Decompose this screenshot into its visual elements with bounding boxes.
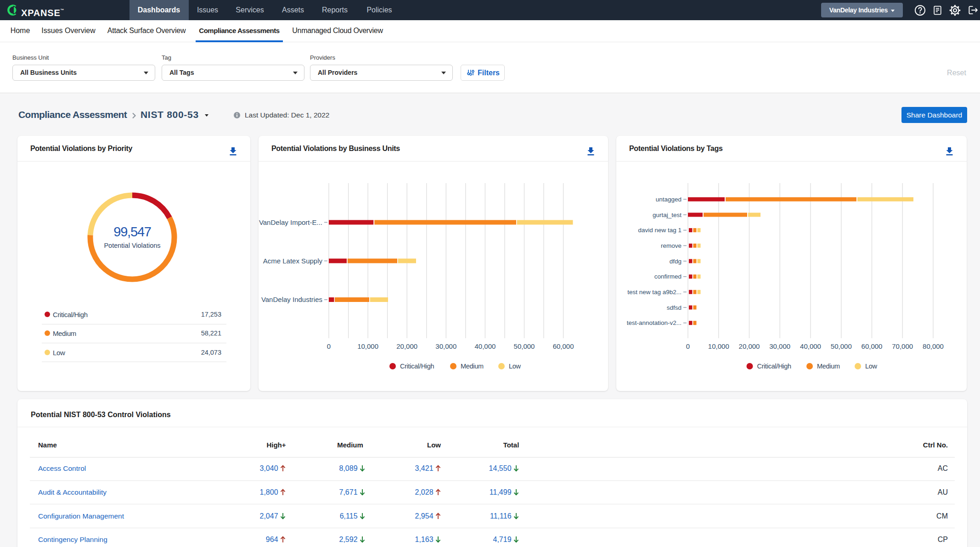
svg-text:Low: Low bbox=[865, 363, 878, 370]
svg-text:70,000: 70,000 bbox=[892, 342, 913, 350]
svg-text:VanDelay Import-E...: VanDelay Import-E... bbox=[259, 218, 322, 226]
svg-text:VanDelay Industries: VanDelay Industries bbox=[261, 296, 322, 303]
svg-text:sdfsd: sdfsd bbox=[667, 304, 681, 311]
svg-text:50,000: 50,000 bbox=[514, 342, 535, 350]
svg-text:0: 0 bbox=[327, 342, 331, 350]
svg-text:Acme Latex Supply: Acme Latex Supply bbox=[263, 257, 323, 265]
svg-text:10,000: 10,000 bbox=[357, 342, 378, 350]
svg-text:Critical/High: Critical/High bbox=[757, 363, 791, 370]
svg-text:30,000: 30,000 bbox=[769, 342, 790, 350]
svg-text:remove: remove bbox=[661, 242, 681, 249]
svg-text:30,000: 30,000 bbox=[435, 342, 456, 350]
svg-text:gurtaj_test: gurtaj_test bbox=[653, 212, 681, 218]
svg-text:Medium: Medium bbox=[817, 363, 840, 370]
svg-text:60,000: 60,000 bbox=[862, 342, 883, 350]
svg-text:test-annotation-v2...: test-annotation-v2... bbox=[627, 319, 681, 326]
svg-text:test new tag a9b2...: test new tag a9b2... bbox=[627, 289, 681, 296]
svg-text:10,000: 10,000 bbox=[708, 342, 729, 350]
svg-text:20,000: 20,000 bbox=[739, 342, 760, 350]
svg-text:40,000: 40,000 bbox=[474, 342, 496, 350]
svg-text:david new tag 1: david new tag 1 bbox=[638, 227, 681, 234]
svg-text:Critical/High: Critical/High bbox=[400, 363, 434, 370]
svg-text:confirmed: confirmed bbox=[654, 273, 681, 280]
svg-text:untagged: untagged bbox=[656, 196, 681, 203]
svg-text:80,000: 80,000 bbox=[923, 342, 944, 350]
svg-text:dfdg: dfdg bbox=[670, 258, 681, 265]
svg-text:0: 0 bbox=[686, 342, 690, 350]
svg-text:50,000: 50,000 bbox=[831, 342, 852, 350]
svg-text:60,000: 60,000 bbox=[553, 342, 574, 350]
svg-text:Low: Low bbox=[509, 363, 521, 370]
svg-text:40,000: 40,000 bbox=[800, 342, 821, 350]
svg-text:Medium: Medium bbox=[461, 363, 484, 370]
svg-text:20,000: 20,000 bbox=[396, 342, 417, 350]
